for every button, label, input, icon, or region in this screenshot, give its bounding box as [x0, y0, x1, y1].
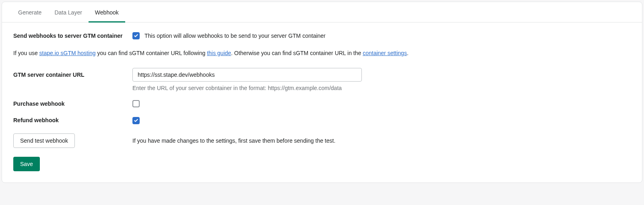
help-text-part: . — [407, 50, 409, 56]
send-test-webhook-button[interactable]: Send test webhook — [13, 133, 75, 148]
tab-generate[interactable]: Generate — [12, 2, 48, 22]
container-settings-link[interactable]: container settings — [363, 50, 407, 56]
container-url-input[interactable] — [132, 68, 362, 82]
help-text-part: If you use — [13, 50, 39, 56]
refund-webhook-label: Refund webhook — [13, 117, 132, 125]
send-webhooks-row: Send webhooks to server GTM container Th… — [13, 32, 631, 40]
purchase-webhook-label: Purchase webhook — [13, 100, 132, 108]
test-webhook-note: If you have made changes to the settings… — [132, 137, 335, 144]
test-webhook-row: Send test webhook If you have made chang… — [13, 133, 631, 148]
send-webhooks-checkbox[interactable] — [132, 32, 140, 39]
send-webhooks-description: This option will allow webhooks to be se… — [144, 33, 326, 39]
save-button[interactable]: Save — [13, 157, 40, 171]
tabs: Generate Data Layer Webhook — [2, 2, 642, 23]
container-url-hint: Enter the URL of your server cobntainer … — [132, 85, 631, 91]
check-icon — [134, 33, 138, 38]
purchase-webhook-row: Purchase webhook — [13, 100, 631, 108]
refund-webhook-checkbox[interactable] — [132, 117, 140, 124]
tab-content: Send webhooks to server GTM container Th… — [2, 23, 642, 182]
help-text-part: . Otherwise you can find sGTM container … — [231, 50, 363, 56]
send-webhooks-label: Send webhooks to server GTM container — [13, 32, 132, 40]
this-guide-link[interactable]: this guide — [207, 50, 231, 56]
container-url-label: GTM server container URL — [13, 68, 132, 79]
tab-data-layer[interactable]: Data Layer — [48, 2, 88, 22]
stape-hosting-link[interactable]: stape.io sGTM hosting — [39, 50, 96, 56]
tab-webhook[interactable]: Webhook — [89, 2, 125, 22]
refund-webhook-row: Refund webhook — [13, 117, 631, 125]
help-text: If you use stape.io sGTM hosting you can… — [13, 49, 631, 57]
purchase-webhook-checkbox[interactable] — [132, 100, 140, 107]
check-icon — [134, 118, 138, 123]
container-url-row: GTM server container URL Enter the URL o… — [13, 68, 631, 91]
settings-card: Generate Data Layer Webhook Send webhook… — [2, 2, 642, 183]
help-text-part: you can find sGTM container URL followin… — [96, 50, 207, 56]
